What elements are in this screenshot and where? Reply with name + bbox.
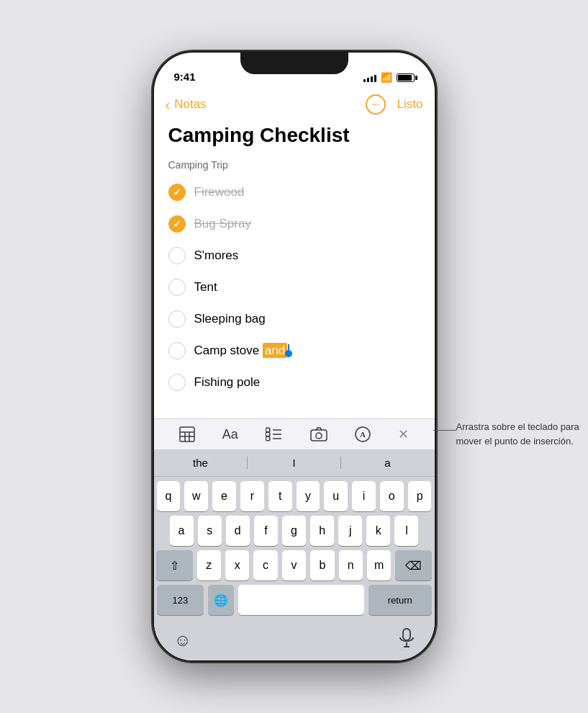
key-g[interactable]: g — [282, 516, 306, 546]
key-a[interactable]: a — [170, 516, 194, 546]
signal-bar-3 — [371, 76, 373, 82]
microphone-icon — [399, 628, 415, 648]
camera-icon — [310, 427, 327, 441]
more-button[interactable]: ··· — [366, 94, 386, 115]
close-keyboard-button[interactable]: ✕ — [398, 426, 409, 442]
key-t[interactable]: t — [268, 481, 292, 511]
numbers-key[interactable]: 123 — [157, 585, 204, 615]
signal-bar-1 — [363, 79, 366, 82]
svg-point-5 — [266, 428, 270, 432]
main-content: ‹ Notas ··· Listo Camping Checklist Camp… — [154, 89, 435, 660]
key-x[interactable]: x — [225, 550, 249, 580]
microphone-button[interactable] — [399, 628, 415, 652]
key-u[interactable]: u — [324, 481, 348, 511]
svg-rect-15 — [403, 629, 410, 640]
key-l[interactable]: l — [394, 516, 418, 546]
key-w[interactable]: w — [184, 481, 208, 511]
list-item[interactable]: Firewood — [168, 176, 420, 208]
signal-bar-4 — [374, 75, 376, 82]
globe-key[interactable]: 🌐 — [208, 585, 234, 615]
annotation-box: Arrastra sobre el teclado para mover el … — [456, 420, 589, 448]
checkbox-fishingpole[interactable] — [168, 374, 186, 391]
checkbox-campstove[interactable] — [168, 342, 186, 359]
back-label: Notas — [174, 97, 206, 112]
autocomplete-item-the[interactable]: the — [154, 455, 248, 470]
item-text-smores: S'mores — [194, 248, 239, 263]
text-format-button[interactable]: Aa — [222, 427, 238, 442]
checklist: Firewood Bug Spray S'mores — [168, 176, 420, 398]
key-d[interactable]: d — [226, 516, 250, 546]
keyboard[interactable]: q w e r t y u i o p a s — [154, 477, 435, 622]
wifi-icon: 📶 — [381, 72, 392, 83]
table-button[interactable] — [179, 426, 195, 442]
camera-button[interactable] — [310, 427, 327, 441]
backspace-key[interactable]: ⌫ — [395, 550, 431, 580]
list-item[interactable]: Tent — [168, 272, 420, 303]
space-key[interactable] — [238, 585, 364, 615]
item-text-campstove: Camp stove and — [194, 344, 293, 358]
svg-point-7 — [266, 432, 270, 436]
back-button[interactable]: ‹ Notas — [166, 97, 207, 113]
shift-key[interactable]: ⇧ — [156, 550, 192, 580]
list-item[interactable]: Bug Spray — [168, 208, 420, 240]
key-b[interactable]: b — [310, 550, 334, 580]
keyboard-row-2: a s d f g h j k l — [157, 516, 432, 546]
status-time: 9:41 — [174, 71, 196, 83]
key-y[interactable]: y — [297, 481, 320, 511]
annotation-text: Arrastra sobre el teclado para mover el … — [456, 420, 589, 448]
key-f[interactable]: f — [254, 516, 278, 546]
markup-icon: A — [355, 426, 371, 442]
key-j[interactable]: j — [338, 516, 362, 546]
markup-button[interactable]: A — [355, 426, 371, 442]
checkbox-sleepingbag[interactable] — [168, 310, 186, 328]
return-key[interactable]: return — [368, 585, 431, 615]
checkbox-bugspray[interactable] — [168, 215, 186, 233]
checklist-icon — [266, 427, 283, 441]
keyboard-row-4: 123 🌐 return — [157, 585, 432, 615]
key-z[interactable]: z — [197, 550, 221, 580]
item-text-sleepingbag: Sleeping bag — [194, 312, 266, 326]
signal-bar-2 — [367, 78, 369, 82]
checkbox-smores[interactable] — [168, 247, 186, 264]
signal-icon — [363, 73, 376, 82]
list-item[interactable]: S'mores — [168, 240, 420, 272]
autocomplete-item-a[interactable]: a — [341, 455, 435, 470]
key-c[interactable]: c — [253, 550, 277, 580]
annotation-line — [433, 430, 456, 431]
key-n[interactable]: n — [339, 550, 363, 580]
status-icons: 📶 — [363, 72, 415, 83]
note-area: Camping Checklist Camping Trip Firewood … — [154, 117, 435, 398]
checkbox-firewood[interactable] — [168, 184, 186, 201]
battery-icon — [397, 73, 415, 82]
list-item[interactable]: Sleeping bag — [168, 303, 420, 335]
key-s[interactable]: s — [198, 516, 222, 546]
bottom-bar: ☺ — [154, 622, 435, 660]
key-e[interactable]: e — [212, 481, 236, 511]
navigation-bar: ‹ Notas ··· Listo — [154, 89, 435, 117]
autocomplete-item-i[interactable]: I — [248, 455, 341, 470]
key-q[interactable]: q — [157, 481, 181, 511]
text-format-icon: Aa — [222, 427, 238, 442]
item-text-tent: Tent — [194, 280, 217, 295]
key-p[interactable]: p — [408, 481, 432, 511]
list-item[interactable]: Fishing pole — [168, 367, 420, 398]
svg-text:A: A — [360, 430, 366, 439]
note-title[interactable]: Camping Checklist — [168, 123, 420, 148]
key-k[interactable]: k — [366, 516, 390, 546]
key-h[interactable]: h — [310, 516, 334, 546]
key-m[interactable]: m — [367, 550, 391, 580]
close-icon: ✕ — [398, 426, 409, 442]
notch — [240, 53, 348, 74]
key-v[interactable]: v — [282, 550, 306, 580]
cursor-handle — [285, 350, 292, 357]
svg-point-12 — [316, 433, 322, 439]
list-item[interactable]: Camp stove and — [168, 335, 420, 367]
key-o[interactable]: o — [380, 481, 404, 511]
checklist-button[interactable] — [266, 427, 283, 441]
checkbox-tent[interactable] — [168, 279, 186, 296]
formatting-toolbar: Aa — [154, 418, 435, 449]
key-r[interactable]: r — [240, 481, 264, 511]
key-i[interactable]: i — [352, 481, 376, 511]
done-button[interactable]: Listo — [397, 97, 423, 112]
emoji-button[interactable]: ☺ — [174, 630, 192, 650]
